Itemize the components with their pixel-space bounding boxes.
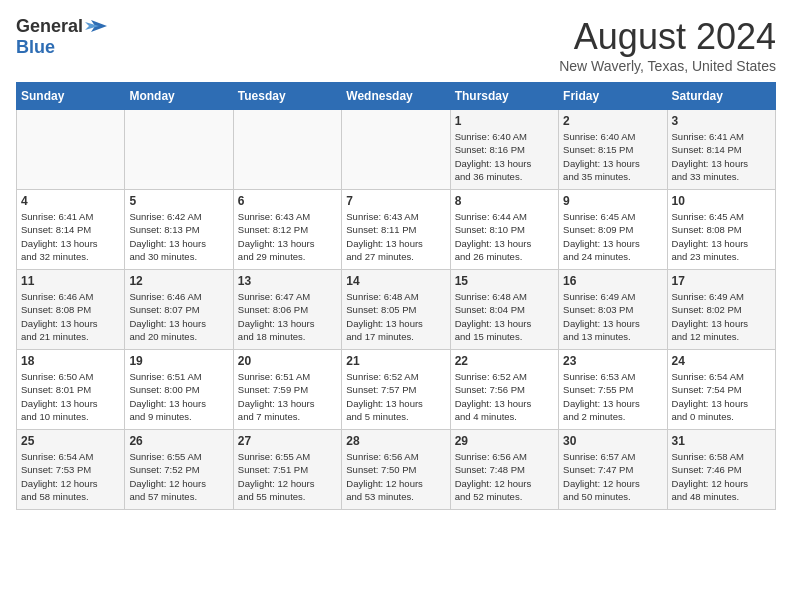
day-number: 15 [455, 274, 554, 288]
day-info: Sunrise: 6:40 AM Sunset: 8:16 PM Dayligh… [455, 130, 554, 183]
day-number: 1 [455, 114, 554, 128]
day-info: Sunrise: 6:46 AM Sunset: 8:08 PM Dayligh… [21, 290, 120, 343]
day-info: Sunrise: 6:46 AM Sunset: 8:07 PM Dayligh… [129, 290, 228, 343]
calendar-cell: 16Sunrise: 6:49 AM Sunset: 8:03 PM Dayli… [559, 270, 667, 350]
calendar-cell: 24Sunrise: 6:54 AM Sunset: 7:54 PM Dayli… [667, 350, 775, 430]
calendar-cell: 11Sunrise: 6:46 AM Sunset: 8:08 PM Dayli… [17, 270, 125, 350]
calendar-week-2: 4Sunrise: 6:41 AM Sunset: 8:14 PM Daylig… [17, 190, 776, 270]
day-info: Sunrise: 6:45 AM Sunset: 8:09 PM Dayligh… [563, 210, 662, 263]
calendar-cell: 8Sunrise: 6:44 AM Sunset: 8:10 PM Daylig… [450, 190, 558, 270]
calendar-cell: 30Sunrise: 6:57 AM Sunset: 7:47 PM Dayli… [559, 430, 667, 510]
logo: General Blue [16, 16, 107, 58]
day-number: 30 [563, 434, 662, 448]
calendar-cell [125, 110, 233, 190]
day-info: Sunrise: 6:43 AM Sunset: 8:11 PM Dayligh… [346, 210, 445, 263]
calendar-table: SundayMondayTuesdayWednesdayThursdayFrid… [16, 82, 776, 510]
logo-bird-icon [85, 18, 107, 36]
month-title: August 2024 [559, 16, 776, 58]
calendar-cell: 18Sunrise: 6:50 AM Sunset: 8:01 PM Dayli… [17, 350, 125, 430]
day-number: 9 [563, 194, 662, 208]
day-info: Sunrise: 6:49 AM Sunset: 8:03 PM Dayligh… [563, 290, 662, 343]
weekday-header-row: SundayMondayTuesdayWednesdayThursdayFrid… [17, 83, 776, 110]
day-info: Sunrise: 6:52 AM Sunset: 7:57 PM Dayligh… [346, 370, 445, 423]
day-number: 14 [346, 274, 445, 288]
calendar-cell: 15Sunrise: 6:48 AM Sunset: 8:04 PM Dayli… [450, 270, 558, 350]
location: New Waverly, Texas, United States [559, 58, 776, 74]
day-number: 29 [455, 434, 554, 448]
weekday-header-monday: Monday [125, 83, 233, 110]
day-number: 18 [21, 354, 120, 368]
weekday-header-friday: Friday [559, 83, 667, 110]
calendar-cell: 1Sunrise: 6:40 AM Sunset: 8:16 PM Daylig… [450, 110, 558, 190]
day-number: 27 [238, 434, 337, 448]
weekday-header-wednesday: Wednesday [342, 83, 450, 110]
day-info: Sunrise: 6:56 AM Sunset: 7:48 PM Dayligh… [455, 450, 554, 503]
day-info: Sunrise: 6:54 AM Sunset: 7:53 PM Dayligh… [21, 450, 120, 503]
day-info: Sunrise: 6:41 AM Sunset: 8:14 PM Dayligh… [21, 210, 120, 263]
day-info: Sunrise: 6:57 AM Sunset: 7:47 PM Dayligh… [563, 450, 662, 503]
day-info: Sunrise: 6:48 AM Sunset: 8:04 PM Dayligh… [455, 290, 554, 343]
calendar-cell: 25Sunrise: 6:54 AM Sunset: 7:53 PM Dayli… [17, 430, 125, 510]
day-number: 22 [455, 354, 554, 368]
calendar-cell: 28Sunrise: 6:56 AM Sunset: 7:50 PM Dayli… [342, 430, 450, 510]
day-number: 21 [346, 354, 445, 368]
weekday-header-thursday: Thursday [450, 83, 558, 110]
day-number: 5 [129, 194, 228, 208]
day-info: Sunrise: 6:55 AM Sunset: 7:51 PM Dayligh… [238, 450, 337, 503]
day-number: 12 [129, 274, 228, 288]
calendar-week-5: 25Sunrise: 6:54 AM Sunset: 7:53 PM Dayli… [17, 430, 776, 510]
day-info: Sunrise: 6:47 AM Sunset: 8:06 PM Dayligh… [238, 290, 337, 343]
day-number: 24 [672, 354, 771, 368]
calendar-cell: 12Sunrise: 6:46 AM Sunset: 8:07 PM Dayli… [125, 270, 233, 350]
day-number: 10 [672, 194, 771, 208]
day-number: 7 [346, 194, 445, 208]
calendar-cell: 22Sunrise: 6:52 AM Sunset: 7:56 PM Dayli… [450, 350, 558, 430]
calendar-cell: 23Sunrise: 6:53 AM Sunset: 7:55 PM Dayli… [559, 350, 667, 430]
calendar-header: SundayMondayTuesdayWednesdayThursdayFrid… [17, 83, 776, 110]
day-info: Sunrise: 6:50 AM Sunset: 8:01 PM Dayligh… [21, 370, 120, 423]
day-info: Sunrise: 6:40 AM Sunset: 8:15 PM Dayligh… [563, 130, 662, 183]
calendar-cell: 10Sunrise: 6:45 AM Sunset: 8:08 PM Dayli… [667, 190, 775, 270]
calendar-cell: 7Sunrise: 6:43 AM Sunset: 8:11 PM Daylig… [342, 190, 450, 270]
calendar-cell: 31Sunrise: 6:58 AM Sunset: 7:46 PM Dayli… [667, 430, 775, 510]
day-number: 19 [129, 354, 228, 368]
day-number: 17 [672, 274, 771, 288]
day-info: Sunrise: 6:44 AM Sunset: 8:10 PM Dayligh… [455, 210, 554, 263]
logo-blue-text: Blue [16, 37, 55, 57]
calendar-cell: 19Sunrise: 6:51 AM Sunset: 8:00 PM Dayli… [125, 350, 233, 430]
day-number: 6 [238, 194, 337, 208]
day-number: 28 [346, 434, 445, 448]
calendar-cell [342, 110, 450, 190]
calendar-cell: 20Sunrise: 6:51 AM Sunset: 7:59 PM Dayli… [233, 350, 341, 430]
calendar-cell: 14Sunrise: 6:48 AM Sunset: 8:05 PM Dayli… [342, 270, 450, 350]
calendar-cell: 9Sunrise: 6:45 AM Sunset: 8:09 PM Daylig… [559, 190, 667, 270]
calendar-cell: 27Sunrise: 6:55 AM Sunset: 7:51 PM Dayli… [233, 430, 341, 510]
weekday-header-sunday: Sunday [17, 83, 125, 110]
header: General Blue August 2024 New Waverly, Te… [16, 16, 776, 74]
day-info: Sunrise: 6:48 AM Sunset: 8:05 PM Dayligh… [346, 290, 445, 343]
calendar-cell: 5Sunrise: 6:42 AM Sunset: 8:13 PM Daylig… [125, 190, 233, 270]
day-number: 8 [455, 194, 554, 208]
day-info: Sunrise: 6:49 AM Sunset: 8:02 PM Dayligh… [672, 290, 771, 343]
calendar-cell [17, 110, 125, 190]
calendar-week-1: 1Sunrise: 6:40 AM Sunset: 8:16 PM Daylig… [17, 110, 776, 190]
day-info: Sunrise: 6:51 AM Sunset: 7:59 PM Dayligh… [238, 370, 337, 423]
calendar-cell: 29Sunrise: 6:56 AM Sunset: 7:48 PM Dayli… [450, 430, 558, 510]
calendar-cell: 21Sunrise: 6:52 AM Sunset: 7:57 PM Dayli… [342, 350, 450, 430]
day-info: Sunrise: 6:41 AM Sunset: 8:14 PM Dayligh… [672, 130, 771, 183]
day-number: 31 [672, 434, 771, 448]
day-info: Sunrise: 6:58 AM Sunset: 7:46 PM Dayligh… [672, 450, 771, 503]
day-info: Sunrise: 6:43 AM Sunset: 8:12 PM Dayligh… [238, 210, 337, 263]
day-number: 20 [238, 354, 337, 368]
day-info: Sunrise: 6:56 AM Sunset: 7:50 PM Dayligh… [346, 450, 445, 503]
weekday-header-tuesday: Tuesday [233, 83, 341, 110]
day-number: 13 [238, 274, 337, 288]
day-info: Sunrise: 6:54 AM Sunset: 7:54 PM Dayligh… [672, 370, 771, 423]
logo-general-text: General [16, 16, 83, 37]
calendar-cell: 13Sunrise: 6:47 AM Sunset: 8:06 PM Dayli… [233, 270, 341, 350]
day-info: Sunrise: 6:45 AM Sunset: 8:08 PM Dayligh… [672, 210, 771, 263]
day-number: 23 [563, 354, 662, 368]
calendar-week-4: 18Sunrise: 6:50 AM Sunset: 8:01 PM Dayli… [17, 350, 776, 430]
day-number: 25 [21, 434, 120, 448]
day-info: Sunrise: 6:55 AM Sunset: 7:52 PM Dayligh… [129, 450, 228, 503]
